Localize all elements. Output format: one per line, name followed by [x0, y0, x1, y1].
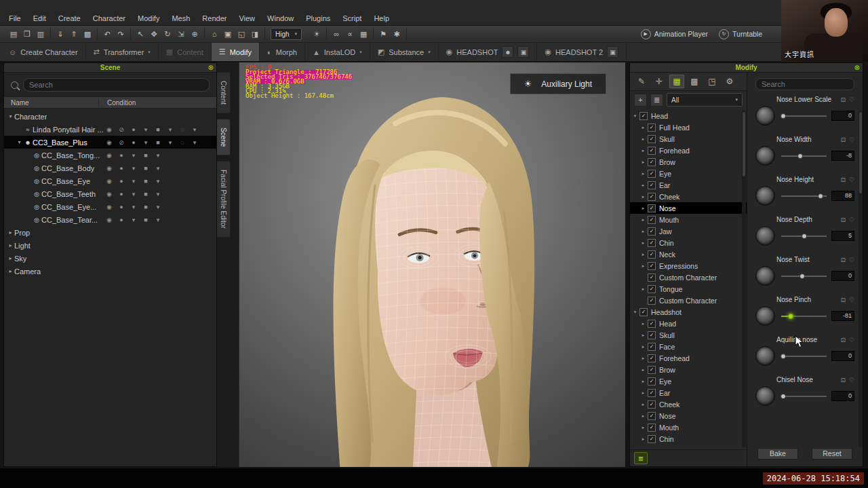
morph-category-chin[interactable]: ▸✓Chin [630, 237, 747, 248]
expand-arrow-icon[interactable]: ▸ [7, 229, 14, 236]
expand-arrow-icon[interactable]: ▾ [632, 309, 638, 315]
slider-knob[interactable] [788, 314, 793, 319]
scrollbar-thumb[interactable] [859, 112, 862, 193]
expand-arrow-icon[interactable]: ▸ [640, 321, 646, 326]
expand-arrow-icon[interactable]: ▸ [640, 159, 646, 165]
link-b-icon[interactable]: ∝ [344, 28, 356, 40]
checkbox[interactable]: ✓ [648, 274, 656, 282]
checkbox[interactable]: ✓ [648, 400, 656, 409]
slider-value[interactable]: 88 [831, 191, 854, 201]
morph-category-face[interactable]: ▸✓Face [630, 341, 747, 352]
slider-track[interactable] [781, 236, 827, 237]
material-tab-icon[interactable]: ▩ [687, 75, 702, 88]
caret-icon[interactable]: ▾ [167, 126, 174, 133]
caret-icon[interactable]: ▾ [130, 152, 137, 159]
bake-button[interactable]: Bake [757, 448, 798, 459]
expand-arrow-icon[interactable]: ▸ [640, 425, 646, 430]
checkbox[interactable]: ✓ [648, 297, 656, 305]
eye-icon[interactable]: ◉ [106, 204, 113, 210]
caret-icon[interactable]: ▾ [130, 165, 137, 172]
checkbox[interactable]: ✓ [648, 216, 656, 224]
box-icon[interactable]: ■ [142, 191, 149, 198]
drop-icon[interactable]: ◌ [179, 139, 186, 146]
scene-node-camera[interactable]: ▸Camera [4, 265, 216, 278]
slider-value[interactable]: -81 [831, 311, 854, 321]
grid-icon[interactable]: ▦ [357, 28, 370, 40]
morph-category-cheek[interactable]: ▸✓Cheek [630, 191, 747, 202]
expand-arrow-icon[interactable]: ▸ [640, 217, 646, 223]
expand-arrow-icon[interactable]: ▸ [640, 390, 646, 396]
render-quality-select[interactable]: High ▾ [271, 28, 302, 40]
favorite-icon[interactable]: ♡ [849, 136, 854, 143]
checkbox[interactable]: ✓ [648, 262, 656, 270]
caret-icon[interactable]: ▾ [155, 204, 161, 210]
avatar-icon[interactable]: ☻ [502, 46, 513, 58]
expand-arrow-icon[interactable]: ▾ [632, 113, 638, 119]
scene-node-character[interactable]: ▾Character [4, 110, 216, 123]
slider-track[interactable] [781, 195, 827, 197]
expand-arrow-icon[interactable]: ▸ [640, 206, 646, 211]
favorite-icon[interactable]: ♡ [849, 96, 854, 103]
plugin-tab-create-character[interactable]: ☺Create Character [1, 43, 86, 61]
scene-node-prop[interactable]: ▸Prop [4, 226, 216, 239]
frame-all-icon[interactable]: ▣ [607, 46, 618, 58]
expand-arrow-icon[interactable]: ▸ [640, 252, 646, 257]
expand-arrow-icon[interactable]: ▸ [640, 333, 646, 338]
hierarchy-toggle-button[interactable]: ≣ [650, 94, 663, 107]
expand-arrow-icon[interactable]: ▸ [640, 436, 646, 442]
package-icon[interactable]: ▩ [81, 28, 94, 40]
nodes-icon[interactable]: ✱ [391, 28, 403, 40]
import-icon[interactable]: ⇓ [54, 28, 66, 40]
eye-icon[interactable]: ◉ [106, 152, 113, 159]
morph-tab-icon[interactable]: ▦ [669, 75, 684, 88]
morph-category-skull[interactable]: ▸✓Skull [630, 329, 747, 341]
pin-icon[interactable]: ⊡ [840, 377, 846, 383]
link-a-icon[interactable]: ∞ [330, 28, 342, 40]
eye-icon[interactable]: ◉ [106, 178, 113, 185]
menu-modify[interactable]: Modify [132, 12, 165, 25]
scene-node-cc-base-eye[interactable]: ◎CC_Base_Eye...◉●▾■▾ [4, 200, 216, 213]
animation-player-button[interactable]: ▶ Animation Player [641, 29, 708, 39]
caret-icon[interactable]: ▾ [155, 165, 161, 172]
checkbox[interactable]: ✓ [648, 135, 656, 143]
expand-arrow-icon[interactable]: ▸ [640, 263, 646, 269]
slider-value[interactable]: 0 [831, 271, 854, 281]
slider-track[interactable] [781, 276, 827, 277]
ball-icon[interactable]: ● [130, 139, 137, 146]
expand-arrow-icon[interactable]: ▸ [640, 344, 646, 350]
ball-icon[interactable]: ● [118, 165, 125, 172]
morph-category-cheek[interactable]: ▸✓Cheek [630, 398, 747, 410]
checkbox[interactable]: ✓ [639, 112, 648, 120]
undo-icon[interactable]: ↶ [101, 28, 113, 40]
side-tab-content[interactable]: Content [217, 72, 231, 113]
slider-knob[interactable] [800, 274, 805, 279]
expand-arrow-icon[interactable]: ▸ [640, 413, 646, 419]
menu-plugins[interactable]: Plugins [300, 12, 336, 25]
scene-node-light[interactable]: ▸Light [4, 239, 216, 252]
new-file-icon[interactable]: ▤ [7, 28, 20, 40]
scene-node-cc-base-teeth[interactable]: ◎CC_Base_Teeth◉●▾■▾ [4, 187, 216, 200]
ball-icon[interactable]: ● [130, 126, 137, 133]
mesh-tab-icon[interactable]: ◳ [705, 75, 719, 88]
scrollbar-thumb[interactable] [743, 112, 745, 176]
morph-category-nose[interactable]: ▸✓Nose [630, 410, 747, 421]
morph-search-input[interactable] [755, 78, 854, 90]
checkbox[interactable]: ✓ [648, 424, 656, 432]
expand-arrow-icon[interactable]: ▸ [7, 268, 14, 274]
box-icon[interactable]: ■ [142, 165, 149, 172]
redo-icon[interactable]: ↷ [115, 28, 127, 40]
side-tab-facial-profile-editor[interactable]: Facial Profile Editor [217, 161, 231, 238]
menu-script[interactable]: Script [336, 12, 368, 25]
save-icon[interactable]: ▥ [35, 28, 47, 40]
caret-icon[interactable]: ▾ [155, 152, 161, 159]
box-icon[interactable]: ■ [142, 152, 149, 159]
plugin-tab-transformer[interactable]: ⇄Transformer▾ [86, 43, 159, 61]
plugin-tab-instalod[interactable]: ▲InstaLOD▾ [305, 43, 370, 61]
morph-category-custom-character[interactable]: ✓Custom Character [630, 271, 747, 283]
expand-arrow-icon[interactable]: ▸ [640, 148, 646, 153]
caret-icon[interactable]: ▾ [130, 204, 137, 210]
favorite-icon[interactable]: ♡ [849, 377, 854, 383]
export-icon[interactable]: ⇑ [68, 28, 80, 40]
menu-mesh[interactable]: Mesh [165, 12, 196, 25]
eye-icon[interactable]: ◉ [106, 139, 113, 146]
